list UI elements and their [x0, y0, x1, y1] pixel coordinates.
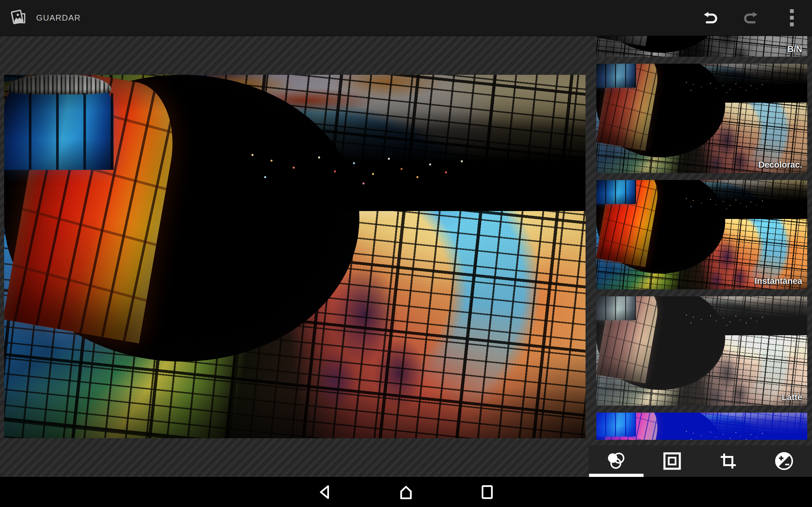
save-button[interactable]: GUARDAR — [11, 0, 81, 36]
filter-thumbnail-latte[interactable]: Latte — [596, 296, 807, 406]
home-icon — [398, 485, 414, 500]
filter-label-latte: Latte — [781, 393, 802, 402]
main-photo-preview[interactable] — [4, 75, 586, 438]
filter-label-bn: B/N — [788, 44, 803, 54]
filter-thumbnail-instantanea[interactable]: Instantánea — [596, 180, 807, 289]
filter-label-instantanea: Instantánea — [755, 276, 802, 286]
photo-editor-screen: GUARDAR — [0, 0, 812, 507]
filter-thumbnail-bn[interactable]: B/N — [596, 36, 807, 57]
filter-color-overlay — [596, 412, 807, 440]
nav-back-button[interactable] — [316, 484, 334, 501]
save-button-label: GUARDAR — [36, 13, 81, 23]
redo-icon — [743, 11, 759, 24]
android-navigation-bar — [0, 477, 812, 507]
tab-adjust[interactable] — [756, 445, 812, 477]
overflow-menu-button[interactable] — [782, 0, 801, 36]
undo-button[interactable] — [701, 0, 720, 36]
top-app-bar: GUARDAR — [0, 0, 812, 36]
tab-crop[interactable] — [700, 445, 756, 477]
adjust-exposure-icon — [774, 452, 794, 470]
redo-button[interactable] — [741, 0, 760, 36]
tab-filters[interactable] — [589, 445, 644, 477]
back-icon — [318, 485, 332, 500]
overflow-menu-icon — [790, 9, 794, 26]
filters-icon — [605, 452, 627, 470]
dome-of-light-photo — [4, 75, 586, 438]
nav-recents-button[interactable] — [478, 484, 496, 501]
recents-icon — [481, 485, 493, 500]
photo-stack-icon — [11, 9, 28, 26]
crop-icon — [719, 452, 737, 470]
filter-label-decoloracion: Decolorac. — [758, 160, 802, 170]
nav-home-button[interactable] — [397, 484, 415, 501]
edit-mode-toolbar — [589, 445, 812, 477]
filter-thumbnail-blue[interactable] — [596, 412, 807, 440]
filter-thumbnail-decoloracion[interactable]: Decolorac. — [596, 64, 807, 173]
undo-icon — [703, 11, 718, 24]
tab-frames[interactable] — [644, 445, 700, 477]
frames-icon — [663, 452, 681, 470]
